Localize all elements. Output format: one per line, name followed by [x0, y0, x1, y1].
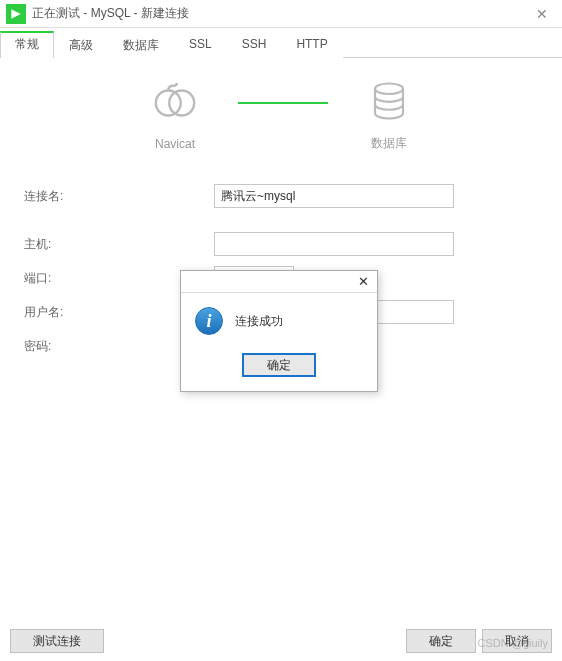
database-label: 数据库 — [371, 135, 407, 152]
conn-name-label: 连接名: — [24, 188, 214, 205]
conn-name-input[interactable] — [214, 184, 454, 208]
cancel-button[interactable]: 取消 — [482, 629, 552, 653]
titlebar: 正在测试 - MySQL - 新建连接 ✕ — [0, 0, 562, 28]
test-connection-button[interactable]: 测试连接 — [10, 629, 104, 653]
tab-database[interactable]: 数据库 — [108, 31, 174, 58]
dialog-close-icon[interactable]: ✕ — [349, 271, 377, 292]
navicat-label: Navicat — [155, 137, 195, 151]
close-icon[interactable]: ✕ — [522, 0, 562, 28]
connection-banner: Navicat 数据库 — [0, 58, 562, 164]
connection-line — [238, 102, 328, 104]
host-input[interactable] — [214, 232, 454, 256]
app-icon — [6, 4, 26, 24]
tab-ssh[interactable]: SSH — [227, 31, 282, 58]
database-icon — [368, 78, 410, 127]
host-label: 主机: — [24, 236, 214, 253]
dialog-message: 连接成功 — [235, 313, 283, 330]
info-icon: i — [195, 307, 223, 335]
result-dialog: ✕ i 连接成功 确定 — [180, 270, 378, 392]
tab-ssl[interactable]: SSL — [174, 31, 227, 58]
navicat-icon — [152, 80, 198, 129]
tab-http[interactable]: HTTP — [281, 31, 342, 58]
svg-point-2 — [375, 84, 403, 95]
tab-general[interactable]: 常规 — [0, 31, 54, 58]
dialog-ok-button[interactable]: 确定 — [242, 353, 316, 377]
window-title: 正在测试 - MySQL - 新建连接 — [32, 5, 522, 22]
tabs: 常规 高级 数据库 SSL SSH HTTP — [0, 30, 562, 58]
ok-button[interactable]: 确定 — [406, 629, 476, 653]
tab-advanced[interactable]: 高级 — [54, 31, 108, 58]
footer: 测试连接 确定 取消 — [0, 629, 562, 653]
